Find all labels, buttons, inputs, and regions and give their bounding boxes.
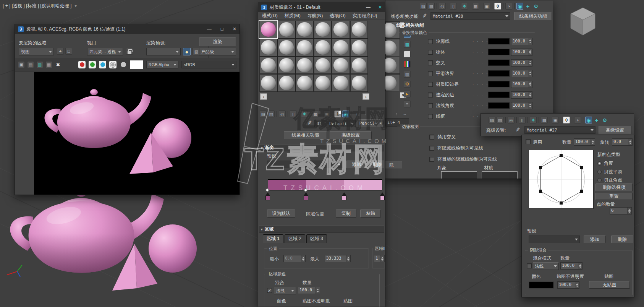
- lock-icon[interactable]: [126, 48, 133, 55]
- reset-slot-icon[interactable]: [290, 110, 297, 117]
- row-checkbox[interactable]: [428, 71, 433, 76]
- render-quality-select[interactable]: 产品级: [199, 48, 236, 55]
- material-slot[interactable]: [350, 39, 368, 56]
- material-slot[interactable]: [314, 74, 332, 92]
- region-icon[interactable]: [65, 48, 72, 55]
- line-color-swatch[interactable]: [488, 81, 510, 87]
- material-slot[interactable]: [332, 21, 350, 38]
- material-slot[interactable]: [296, 21, 314, 38]
- material-slot[interactable]: [314, 21, 332, 38]
- copy-button[interactable]: 复制: [336, 210, 356, 218]
- put-material-icon[interactable]: [428, 3, 435, 10]
- viewport-select[interactable]: 四元菜… 透视: [87, 48, 123, 55]
- line-color-swatch[interactable]: [488, 70, 510, 76]
- gradient-rollout[interactable]: ▾渐变: [259, 144, 384, 151]
- blend-mode-select[interactable]: 法线: [274, 287, 296, 294]
- edge-checkbox[interactable]: [429, 135, 434, 140]
- show-map-icon[interactable]: [516, 3, 523, 10]
- material-slot[interactable]: [278, 39, 296, 56]
- delete-selected-button[interactable]: 删除选择项: [595, 184, 633, 191]
- row-checkbox[interactable]: [428, 60, 433, 65]
- pan-icon[interactable]: [57, 48, 64, 55]
- row-checkbox[interactable]: [428, 103, 433, 108]
- row-checkbox[interactable]: [428, 50, 433, 55]
- material-slot[interactable]: [332, 39, 350, 56]
- region-id-spinner[interactable]: 1: [374, 255, 385, 262]
- material-slot[interactable]: [332, 74, 350, 92]
- show-map-icon[interactable]: [585, 117, 592, 123]
- make-unique-icon[interactable]: [461, 3, 468, 10]
- assign-to-selection-icon[interactable]: [439, 3, 446, 10]
- put-to-library-icon[interactable]: [472, 3, 479, 10]
- material-name-select[interactable]: Material #27: [524, 126, 595, 134]
- alpha-channel-icon[interactable]: [109, 61, 117, 68]
- green-channel-icon[interactable]: [89, 61, 96, 68]
- line-amount-spinner[interactable]: 100.0: [511, 81, 532, 88]
- assign-to-selection-icon[interactable]: [279, 110, 286, 117]
- channel-display-select[interactable]: RGB Alpha: [146, 61, 179, 68]
- clear-color-swatch[interactable]: [130, 60, 143, 69]
- make-unique-icon[interactable]: [301, 110, 308, 117]
- save-material-icon[interactable]: [323, 110, 330, 117]
- close-icon[interactable]: ✕: [378, 5, 382, 10]
- reset-slot-icon[interactable]: [450, 3, 457, 10]
- put-material-icon[interactable]: [497, 117, 503, 123]
- paste-button[interactable]: 粘贴: [360, 210, 381, 218]
- area-to-render-select[interactable]: 视图: [19, 48, 54, 55]
- save-icon[interactable]: [18, 61, 25, 68]
- gradient-add-button[interactable]: 添加: [346, 161, 367, 168]
- object-list[interactable]: [441, 171, 477, 179]
- rotate-spinner[interactable]: 0.0: [612, 138, 633, 146]
- put-to-library-icon[interactable]: [312, 110, 319, 117]
- show-end-result-icon[interactable]: [505, 3, 512, 10]
- nav-line-features-button[interactable]: 线条相关功能: [514, 12, 552, 20]
- material-slot[interactable]: [296, 39, 314, 56]
- viewcube[interactable]: [563, 3, 603, 38]
- point-type-option[interactable]: 贝兹平滑: [597, 167, 622, 176]
- point-type-option[interactable]: 贝兹角点: [597, 176, 622, 184]
- point-count-spinner[interactable]: 6: [610, 207, 632, 214]
- radio-icon[interactable]: [597, 161, 602, 166]
- material-slot[interactable]: [314, 39, 332, 56]
- line-amount-spinner[interactable]: 100.0: [511, 59, 532, 67]
- material-slot[interactable]: [278, 21, 296, 38]
- shadow-blend-amount-spinner[interactable]: 100.0: [560, 262, 583, 270]
- material-slot[interactable]: [350, 21, 368, 38]
- menubar-item[interactable]: 实用程序(U): [353, 13, 377, 19]
- maximize-icon[interactable]: □: [221, 26, 223, 32]
- save-material-icon[interactable]: [552, 117, 559, 123]
- max-spinner[interactable]: 33.333: [325, 255, 351, 262]
- eyedropper-icon[interactable]: [421, 12, 428, 19]
- gamma-select[interactable]: sRGB: [181, 61, 236, 68]
- shadow-blend-mode-select[interactable]: 法线: [533, 262, 559, 270]
- region-tab[interactable]: 区域 2: [285, 234, 305, 243]
- line-amount-spinner[interactable]: 100.0: [511, 102, 532, 109]
- edge-checkbox[interactable]: [429, 157, 434, 162]
- radio-icon[interactable]: [597, 170, 602, 174]
- amount-spinner[interactable]: 100.0: [574, 138, 595, 146]
- reset-slot-icon[interactable]: [519, 117, 526, 123]
- put-material-icon[interactable]: [268, 110, 275, 117]
- line-amount-spinner[interactable]: 100.0: [511, 38, 532, 45]
- render-preset-select[interactable]: [146, 48, 181, 55]
- put-to-library-icon[interactable]: [541, 117, 548, 123]
- palette-scroll-left[interactable]: ‹: [260, 93, 267, 100]
- reset-button[interactable]: 重置: [595, 193, 633, 200]
- line-features-rollout[interactable]: ▾线条相关功能: [392, 22, 424, 29]
- show-map-icon[interactable]: [342, 110, 349, 117]
- options-icon[interactable]: [601, 117, 608, 123]
- shadow-blend-checkbox[interactable]: [527, 263, 532, 268]
- material-name-select[interactable]: 01 - Default: [314, 120, 356, 127]
- min-spinner[interactable]: 0.0: [283, 255, 306, 262]
- go-forward-icon[interactable]: [361, 110, 368, 117]
- enable-checkbox[interactable]: [526, 139, 531, 144]
- copy-icon[interactable]: [27, 61, 34, 68]
- get-material-icon[interactable]: [260, 110, 267, 117]
- line-color-swatch[interactable]: [488, 92, 510, 98]
- material-slot[interactable]: [332, 57, 350, 74]
- material-slot[interactable]: [350, 74, 368, 92]
- region-rollout[interactable]: ▾区域: [259, 226, 384, 233]
- add-button[interactable]: 添加: [584, 236, 606, 243]
- row-checkbox[interactable]: [428, 93, 433, 97]
- blue-channel-icon[interactable]: [99, 61, 106, 68]
